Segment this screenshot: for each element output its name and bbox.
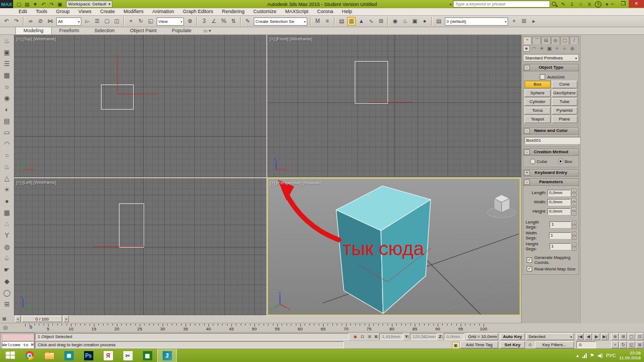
spinner-up-icon[interactable]: ▴: [571, 189, 576, 192]
tray-expand-icon[interactable]: ▴: [576, 353, 579, 358]
display-tab[interactable]: ▢: [560, 37, 569, 44]
add-selection-to-layer-icon[interactable]: ⊞: [520, 17, 528, 26]
selection-set-dropdown[interactable]: Selected ▾: [526, 333, 574, 340]
menu-help[interactable]: Help: [338, 8, 357, 15]
next-frame-button[interactable]: >: [63, 316, 69, 322]
creation-method-box[interactable]: Box: [558, 159, 573, 164]
sphere-icon[interactable]: ●: [2, 196, 13, 207]
param-length-input[interactable]: 0,0mm: [547, 190, 570, 196]
spinner-down-icon[interactable]: ▾: [571, 193, 576, 197]
snaps-toggle-icon[interactable]: 3: [200, 17, 208, 26]
param-widthsegs-input[interactable]: 1: [549, 232, 571, 239]
object-type-tube[interactable]: Tube: [552, 98, 578, 106]
app-logo-icon[interactable]: MAX: [0, 0, 13, 8]
zoom-all-icon[interactable]: ⊞: [619, 333, 627, 340]
collapse-icon[interactable]: -: [524, 128, 530, 134]
select-and-link-icon[interactable]: ∞: [26, 17, 35, 26]
play-animation-icon[interactable]: ▶: [593, 333, 600, 340]
systems-icon[interactable]: ⊛: [569, 45, 576, 52]
save-icon[interactable]: ▼: [32, 1, 39, 8]
infocenter-search-icon[interactable]: [551, 1, 558, 8]
start-button[interactable]: [0, 349, 20, 362]
viewport-top[interactable]: [+] [Top] [Wireframe] y x: [14, 35, 266, 177]
spinner-up-icon[interactable]: ▴: [572, 232, 576, 236]
helpers-icon[interactable]: +: [553, 45, 560, 52]
render-teapot-icon[interactable]: ♨: [2, 35, 13, 46]
cameras-icon[interactable]: ▣: [546, 45, 553, 52]
named-selection-sets-dropdown[interactable]: Create Selection Se▾: [254, 17, 307, 26]
bind-to-space-warp-icon[interactable]: ⋈: [46, 17, 55, 26]
viewport-perspective-label[interactable]: [+] [Perspective] [Realistic]: [270, 180, 321, 185]
undo-icon[interactable]: ↶: [2, 17, 11, 26]
layers-dropdown[interactable]: 0 (default)▾: [445, 17, 508, 26]
menu-graph-editors[interactable]: Graph Editors: [178, 8, 218, 15]
edit-named-selection-sets-icon[interactable]: ✎: [243, 17, 252, 26]
search-input[interactable]: [453, 1, 550, 8]
taskbar-snipping-tool-icon[interactable]: ✂: [118, 349, 138, 362]
param-lengthsegs-spinner[interactable]: ▴▾: [572, 221, 576, 229]
dome-icon[interactable]: ◠: [2, 138, 13, 149]
spinner-down-icon[interactable]: ▾: [571, 212, 576, 215]
open-mini-curve-editor-icon[interactable]: ▦: [1, 316, 8, 322]
taskbar-photos-icon[interactable]: ▣: [59, 349, 79, 362]
ball-icon[interactable]: ◯: [2, 287, 13, 298]
param-lengthsegs-input[interactable]: 1: [550, 221, 570, 228]
ribbon-tab-selection[interactable]: Selection: [87, 27, 122, 34]
schematic-view-icon[interactable]: ⊞: [377, 17, 385, 26]
rollout-parameters-header[interactable]: - Parameters: [523, 178, 579, 186]
time-slider-handle[interactable]: 0 / 100: [22, 316, 62, 322]
time-configuration-icon[interactable]: ◎: [2, 324, 9, 330]
communication-center-icon[interactable]: ⇩: [568, 1, 576, 8]
open-file-icon[interactable]: ▤: [23, 1, 31, 8]
menu-edit[interactable]: Edit: [14, 8, 32, 15]
param-width-spinner[interactable]: ▴▾: [571, 198, 576, 206]
menu-views[interactable]: Views: [74, 8, 96, 15]
align-icon[interactable]: ≡: [323, 17, 332, 26]
object-type-box[interactable]: Box: [524, 81, 551, 88]
rendered-frame-window-icon[interactable]: ▣: [410, 17, 419, 26]
redo-dropdown-icon[interactable]: ↷: [48, 1, 55, 8]
collapse-icon[interactable]: -: [524, 179, 530, 185]
rollout-creation-method-header[interactable]: - Creation Method: [523, 148, 579, 156]
go-to-end-icon[interactable]: ▶|: [601, 333, 609, 340]
motion-tab[interactable]: ◎: [551, 37, 560, 44]
key-mode-icon[interactable]: ⊙: [527, 342, 533, 348]
ribbon-tab-freeform[interactable]: Freeform: [52, 27, 87, 34]
video-post-icon[interactable]: ▤: [2, 116, 13, 126]
taskbar-explorer-icon[interactable]: [39, 349, 59, 362]
space-warps-icon[interactable]: ≈: [561, 45, 568, 52]
object-type-cone[interactable]: Cone: [552, 81, 578, 88]
selection-lock-icon[interactable]: Ω: [359, 334, 366, 340]
angle-snap-toggle-icon[interactable]: ∠: [210, 17, 218, 26]
add-time-tag-icon[interactable]: ▣: [452, 342, 460, 349]
create-new-layer-icon[interactable]: +: [510, 17, 518, 26]
favorites-icon[interactable]: ☆: [577, 1, 585, 8]
viewport-top-label[interactable]: [+] [Top] [Wireframe]: [16, 37, 56, 41]
menu-create[interactable]: Create: [96, 8, 119, 15]
cone-icon[interactable]: △: [2, 173, 13, 184]
bitmap-editor-icon[interactable]: ▣: [2, 47, 13, 58]
rock-icon[interactable]: ◆: [2, 276, 13, 287]
calculator-icon[interactable]: ▦: [2, 70, 13, 81]
taskbar-chrome-icon[interactable]: [20, 349, 39, 362]
rectangular-selection-region-icon[interactable]: ▢: [103, 17, 111, 26]
disc-icon[interactable]: ○: [2, 150, 13, 161]
select-and-scale-icon[interactable]: ◱: [146, 17, 155, 26]
help-icon[interactable]: ?: [595, 1, 601, 8]
rollout-name-color-header[interactable]: - Name and Color: [523, 127, 579, 135]
window-crossing-icon[interactable]: ◫: [112, 17, 121, 26]
object-type-pyramid[interactable]: Pyramid: [552, 107, 578, 114]
ribbon-tab-object-paint[interactable]: Object Paint: [122, 27, 164, 34]
toggle-scene-explorer-icon[interactable]: ▤: [337, 17, 346, 26]
checkbox-real-world[interactable]: ✓: [527, 266, 532, 272]
spinner-up-icon[interactable]: ▴: [571, 198, 576, 202]
sign-in-icon[interactable]: ✎: [559, 1, 567, 8]
curve-editor-icon[interactable]: ∿: [367, 17, 375, 26]
object-name-field[interactable]: [524, 137, 588, 144]
select-object-icon[interactable]: ▻: [83, 17, 92, 26]
object-type-torus[interactable]: Torus: [524, 107, 551, 114]
viewport-perspective[interactable]: [+] [Perspective] [Realistic]: [267, 178, 520, 315]
param-height-input[interactable]: 0,0mm: [547, 208, 570, 215]
viewport-left[interactable]: [+] [Left] [Wireframe] z y: [14, 178, 266, 315]
y-coordinate-field[interactable]: 120,582mm: [410, 333, 437, 340]
